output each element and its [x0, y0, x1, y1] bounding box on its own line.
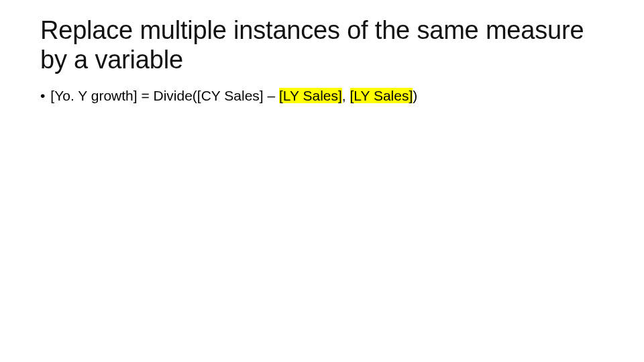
formula-prefix: [Yo. Y growth] = Divide([CY Sales] –	[50, 88, 279, 103]
slide-body: • [Yo. Y growth] = Divide([CY Sales] – […	[40, 86, 604, 105]
slide: Replace multiple instances of the same m…	[0, 0, 644, 105]
formula-suffix: )	[413, 88, 417, 103]
bullet-dot-icon: •	[40, 86, 45, 105]
highlight-ly-sales-2: [LY Sales]	[350, 88, 413, 103]
formula-text: [Yo. Y growth] = Divide([CY Sales] – [LY…	[50, 86, 417, 105]
slide-title: Replace multiple instances of the same m…	[40, 16, 604, 74]
bullet-item: • [Yo. Y growth] = Divide([CY Sales] – […	[40, 86, 604, 105]
formula-mid: ,	[342, 88, 350, 103]
highlight-ly-sales-1: [LY Sales]	[279, 88, 342, 103]
